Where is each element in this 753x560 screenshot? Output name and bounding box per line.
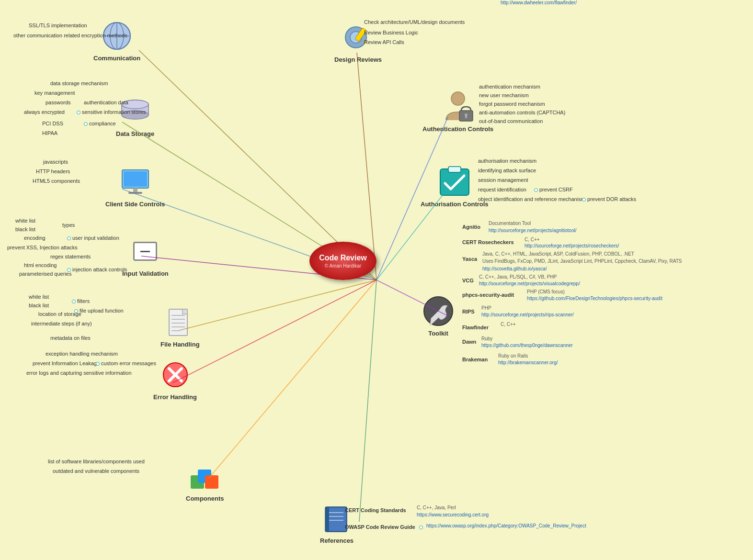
- ref-cert-langs: C, C++, Java, Perl: [417, 505, 456, 510]
- cs-leaf1: javascripts: [43, 159, 68, 165]
- tk-vcg-name: VCG: [462, 278, 474, 283]
- ac-leaf5: out-of-band communication: [479, 118, 543, 124]
- svg-rect-39: [326, 508, 346, 531]
- authorisation-icon: [438, 165, 471, 199]
- tk-agnitio-type: Documentation Tool: [489, 221, 531, 226]
- designreviews-icon: [342, 21, 375, 54]
- iv-leaf2: black list: [15, 226, 35, 232]
- tk-agnitio-name: Agnitio: [462, 224, 480, 230]
- fh-leaf6: intermediate steps (if any): [31, 321, 92, 326]
- svg-rect-53: [448, 167, 461, 172]
- iv-leaf3: types: [62, 222, 75, 228]
- filehandling-icon: [163, 305, 197, 339]
- eh-leaf3: custom error messages: [96, 360, 156, 366]
- comp-leaf1: list of software libraries/components us…: [48, 459, 145, 464]
- ds-leaf4: authentication data: [84, 100, 128, 105]
- tk-cert-name: CERT Rosecheckers: [462, 239, 514, 245]
- tk-rips-langs: PHP: [481, 305, 491, 311]
- svg-rect-24: [128, 192, 142, 194]
- ref-owasp-bullet: [419, 524, 424, 530]
- svg-rect-40: [325, 507, 329, 532]
- ac-leaf2: new user mechanism: [479, 92, 529, 98]
- input-frame: [133, 242, 157, 261]
- dr-leaf1: Check architecture/UML/design documents: [364, 19, 465, 25]
- az-leaf5: object identification and reference mech…: [478, 196, 585, 202]
- tk-cert-langs: C, C++: [525, 237, 540, 242]
- iv-leaf8: html encoding: [24, 262, 57, 268]
- tk-cert-url: http://sourceforge.net/projects/rosechec…: [525, 243, 619, 248]
- fh-leaf3: filters: [72, 298, 90, 304]
- center-title: Code Review: [319, 253, 367, 262]
- dr-leaf3: Review API Calls: [364, 39, 404, 45]
- tk-dawn-langs: Ruby: [481, 336, 492, 341]
- tk-rips-name: RIPS: [462, 309, 475, 314]
- inputvalidation-label: Input Validation: [122, 270, 169, 277]
- fh-leaf1: white list: [29, 294, 49, 300]
- references-label: References: [320, 537, 354, 544]
- center-subtitle: © Aman Hardikar: [325, 263, 361, 269]
- tk-yasca-name: Yasca: [462, 256, 477, 262]
- tk-flawfinder-langs: C, C++: [501, 322, 516, 327]
- ds-leaf9: HIPAA: [42, 130, 57, 136]
- ref-owasp-name: OWASP Code Review Guide: [345, 524, 415, 530]
- datastorage-label: Data Storage: [116, 130, 154, 137]
- iv-leaf10: injection attack controls: [67, 267, 127, 272]
- ds-leaf3: passwords: [46, 100, 71, 105]
- designreviews-label: Design Reviews: [334, 56, 382, 63]
- comm-leaf1: SSL/TLS implementation: [29, 22, 87, 28]
- tk-dawn-name: Dawn: [462, 339, 476, 345]
- components-icon: [188, 459, 222, 493]
- ds-leaf7: PCI DSS: [42, 121, 63, 126]
- fh-leaf2: black list: [29, 302, 49, 308]
- svg-line-4: [180, 280, 376, 330]
- az-leaf2: identifying attack surface: [478, 168, 536, 173]
- ds-leaf6: sensitive information stores: [77, 109, 146, 115]
- tk-brakeman-name: Brakeman: [462, 357, 488, 362]
- fh-leaf7: metadata on files: [50, 335, 91, 341]
- ds-leaf5: always encrypted: [24, 109, 65, 115]
- toolkit-label: Toolkit: [428, 330, 448, 337]
- iv-leaf4: encoding: [24, 235, 46, 241]
- svg-marker-31: [183, 309, 187, 314]
- communication-node: Communication: [93, 19, 140, 62]
- ac-leaf1: authentication mechanism: [479, 84, 540, 90]
- ref-cert-name: CERT Coding Standards: [345, 507, 406, 513]
- tk-flawfinder-url: http://www.dwheeler.com/flawfinder/: [501, 0, 577, 5]
- tk-phpcs-langs: PHP (CMS focus): [527, 289, 565, 294]
- az-leaf5b: prevent DOR attacks: [582, 196, 636, 202]
- tk-brakeman-url: http://brakemanscanner.org/: [498, 360, 558, 365]
- svg-rect-52: [440, 169, 469, 195]
- errorhandling-node: Error Handling: [153, 358, 197, 401]
- cs-leaf2: HTTP headers: [36, 168, 70, 174]
- filehandling-label: File Handling: [160, 341, 200, 348]
- svg-point-48: [451, 92, 465, 105]
- tk-yasca-desc: Uses FindBugs, FxCop, PMD, JLint, JavaSc…: [482, 258, 682, 264]
- communication-label: Communication: [93, 55, 140, 62]
- errorhandling-icon: [159, 358, 192, 392]
- ds-leaf8: compliance: [84, 121, 116, 126]
- svg-rect-22: [124, 171, 147, 187]
- az-leaf1: authorisation mechanism: [478, 158, 536, 164]
- dr-leaf2: Review Business Logic: [364, 30, 418, 35]
- toolkit-icon: [422, 294, 455, 328]
- ds-leaf1: data storage mechanism: [50, 80, 108, 86]
- tk-flawfinder-name: Flawfinder: [462, 325, 489, 330]
- inputvalidation-icon: [128, 235, 162, 268]
- comm-leaf2: other communication related encryption m…: [13, 33, 127, 38]
- cs-leaf3: HTML5 components: [33, 178, 80, 184]
- components-label: Components: [186, 495, 224, 502]
- ref-cert-url: https://www.securecoding.cert.org: [417, 512, 489, 517]
- az-leaf4: request identification: [478, 187, 526, 192]
- ref-owasp-url: https://www.owasp.org/index.php/Category…: [426, 523, 586, 528]
- svg-rect-23: [133, 188, 137, 192]
- az-leaf3: session management: [478, 177, 528, 183]
- tk-brakeman-langs: Ruby on Rails: [498, 353, 528, 358]
- eh-leaf4: error logs and capturing sensitive infor…: [26, 370, 132, 376]
- tk-agnitio-url: http://sourceforge.net/projects/agnitiot…: [489, 228, 576, 233]
- tk-yasca-url: http://scovetta.github.io/yasca/: [482, 266, 547, 271]
- authcontrols-label: Authentication Controls: [422, 125, 493, 133]
- tk-phpcs-name: phpcs-security-audit: [462, 292, 514, 298]
- iv-leaf9: parameterised queries: [19, 271, 71, 277]
- ac-leaf4: anti-automation controls (CAPTCHA): [479, 110, 565, 115]
- tk-rips-url: http://sourceforge.net/projects/rips-sca…: [481, 312, 574, 317]
